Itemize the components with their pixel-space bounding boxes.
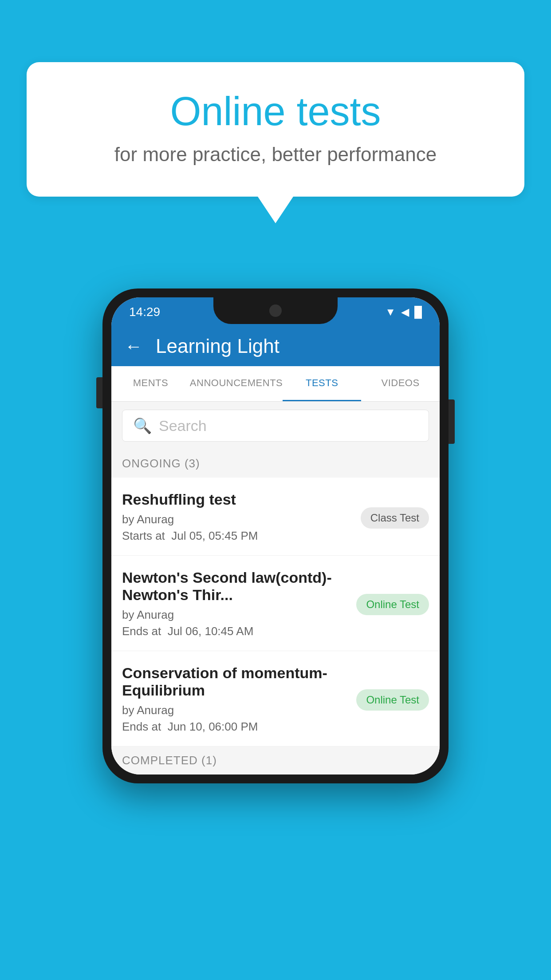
phone-screen: 14:29 ▼ ◀ █ ← Learning Light MENTS ANNOU… bbox=[111, 297, 440, 775]
phone-notch bbox=[213, 297, 338, 324]
bubble-title: Online tests bbox=[62, 89, 489, 134]
test-info-2: Newton's Second law(contd)-Newton's Thir… bbox=[122, 569, 356, 638]
app-header: ← Learning Light bbox=[111, 326, 440, 366]
phone-camera bbox=[269, 304, 282, 317]
tab-announcements[interactable]: ANNOUNCEMENTS bbox=[190, 366, 283, 401]
test-title-2: Newton's Second law(contd)-Newton's Thir… bbox=[122, 569, 347, 604]
battery-icon: █ bbox=[414, 306, 422, 318]
back-button[interactable]: ← bbox=[125, 336, 142, 356]
test-title-1: Reshuffling test bbox=[122, 491, 352, 508]
ongoing-section-label: ONGOING (3) bbox=[111, 450, 440, 478]
search-container: 🔍 Search bbox=[111, 402, 440, 450]
test-time-2: Ends at Jul 06, 10:45 AM bbox=[122, 624, 347, 638]
test-list: Reshuffling test by Anurag Starts at Jul… bbox=[111, 478, 440, 747]
test-item[interactable]: Reshuffling test by Anurag Starts at Jul… bbox=[111, 478, 440, 556]
signal-icon: ◀ bbox=[401, 306, 409, 318]
phone-power-button bbox=[449, 399, 455, 444]
search-icon: 🔍 bbox=[133, 417, 152, 435]
test-author-2: by Anurag bbox=[122, 608, 347, 622]
tab-videos[interactable]: VIDEOS bbox=[361, 366, 440, 401]
test-time-3: Ends at Jun 10, 06:00 PM bbox=[122, 720, 347, 734]
status-time: 14:29 bbox=[129, 305, 160, 319]
bubble-arrow bbox=[258, 197, 293, 223]
speech-bubble-section: Online tests for more practice, better p… bbox=[27, 62, 524, 223]
phone-volume-button bbox=[96, 377, 102, 408]
test-badge-3: Online Test bbox=[356, 689, 429, 711]
phone-mockup: 14:29 ▼ ◀ █ ← Learning Light MENTS ANNOU… bbox=[102, 288, 449, 783]
tab-tests[interactable]: TESTS bbox=[283, 366, 361, 401]
test-item-3[interactable]: Conservation of momentum-Equilibrium by … bbox=[111, 651, 440, 747]
speech-bubble: Online tests for more practice, better p… bbox=[27, 62, 524, 197]
search-bar[interactable]: 🔍 Search bbox=[122, 410, 429, 442]
test-title-3: Conservation of momentum-Equilibrium bbox=[122, 664, 347, 699]
test-info-3: Conservation of momentum-Equilibrium by … bbox=[122, 664, 356, 734]
app-title: Learning Light bbox=[156, 335, 279, 357]
test-author-1: by Anurag bbox=[122, 513, 352, 526]
status-icons: ▼ ◀ █ bbox=[385, 306, 422, 318]
test-badge-1: Class Test bbox=[361, 507, 429, 529]
test-badge-2: Online Test bbox=[356, 594, 429, 615]
test-author-3: by Anurag bbox=[122, 703, 347, 717]
tab-ments[interactable]: MENTS bbox=[111, 366, 190, 401]
test-item-2[interactable]: Newton's Second law(contd)-Newton's Thir… bbox=[111, 556, 440, 651]
test-info-1: Reshuffling test by Anurag Starts at Jul… bbox=[122, 491, 361, 543]
test-time-1: Starts at Jul 05, 05:45 PM bbox=[122, 529, 352, 543]
tabs-bar: MENTS ANNOUNCEMENTS TESTS VIDEOS bbox=[111, 366, 440, 402]
phone-frame: 14:29 ▼ ◀ █ ← Learning Light MENTS ANNOU… bbox=[102, 288, 449, 783]
search-placeholder: Search bbox=[159, 417, 207, 435]
wifi-icon: ▼ bbox=[385, 306, 396, 318]
bubble-subtitle: for more practice, better performance bbox=[62, 143, 489, 166]
completed-section-label: COMPLETED (1) bbox=[111, 747, 440, 775]
